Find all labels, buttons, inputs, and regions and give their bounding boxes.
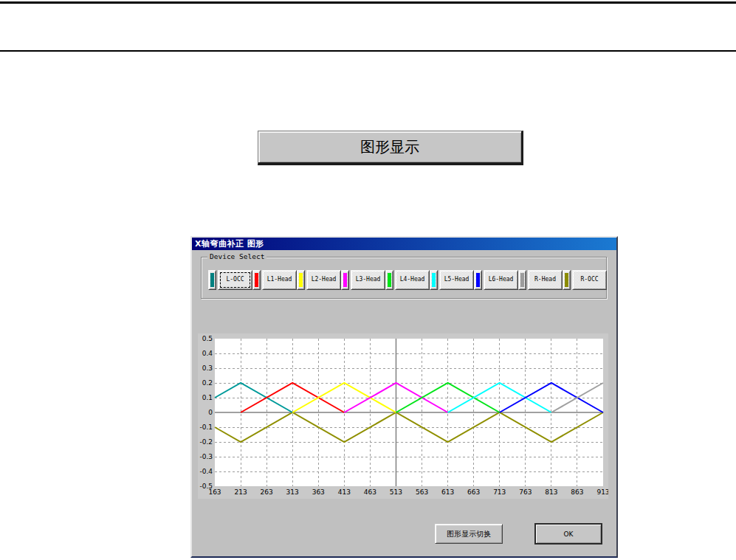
x-tick-label: 513 xyxy=(390,488,402,496)
x-tick-label: 413 xyxy=(338,488,351,496)
correction-curve-chart: 0.50.40.30.20.10-0.1-0.2-0.3-0.4-0.51632… xyxy=(198,333,608,499)
y-tick-label: 0.3 xyxy=(202,364,213,372)
device-button-L6-Head[interactable]: L6-Head xyxy=(484,270,518,290)
x-tick-label: 713 xyxy=(493,488,506,496)
ok-button[interactable]: OK xyxy=(534,523,602,545)
device-color-swatch-L-OCC[interactable] xyxy=(208,270,216,290)
x-tick-label: 613 xyxy=(441,488,454,496)
x-tick-label: 863 xyxy=(571,488,583,496)
device-color-bar-L2-Head xyxy=(299,273,303,287)
device-color-swatch-L6-Head[interactable] xyxy=(474,270,482,290)
device-color-bar-L4-Head xyxy=(388,273,391,287)
device-color-bar-L1-Head xyxy=(255,273,258,287)
device-color-swatch-L5-Head[interactable] xyxy=(430,270,438,290)
x-tick-label: 763 xyxy=(519,488,532,496)
y-tick-label: -0.1 xyxy=(199,424,213,431)
device-cell-R-OCC: R-OCC xyxy=(563,270,607,290)
graphic-display-button[interactable]: 图形显示 xyxy=(258,131,523,165)
device-cell-L1-Head: L1-Head xyxy=(252,270,297,290)
y-tick-label: 0.2 xyxy=(202,379,213,387)
device-color-bar-L3-Head xyxy=(343,273,347,287)
window-title: X轴弯曲补正 图形 xyxy=(195,239,264,249)
chart-canvas: 0.50.40.30.20.10-0.1-0.2-0.3-0.4-0.51632… xyxy=(198,333,608,499)
y-tick-label: 0.5 xyxy=(202,335,213,342)
graphic-display-button-label: 图形显示 xyxy=(360,137,419,157)
y-tick-label: 0 xyxy=(208,409,213,416)
device-color-swatch-L2-Head[interactable] xyxy=(297,270,305,290)
x-tick-label: 363 xyxy=(312,488,325,496)
x-tick-label: 913 xyxy=(596,488,608,496)
y-tick-label: -0.4 xyxy=(199,468,213,475)
x-tick-label: 163 xyxy=(208,488,221,496)
device-select-row: L-OCCL1-HeadL2-HeadL3-HeadL4-HeadL5-Head… xyxy=(208,270,599,290)
x-tick-label: 563 xyxy=(416,488,428,496)
header-rule-bottom xyxy=(0,50,736,52)
graphic-display-switch-label: 图形显示切换 xyxy=(447,529,491,539)
device-color-bar-R-OCC xyxy=(565,273,568,287)
device-color-swatch-R-Head[interactable] xyxy=(518,270,526,290)
x-tick-label: 663 xyxy=(467,488,480,496)
device-color-swatch-L1-Head[interactable] xyxy=(252,270,261,290)
header-rule-top xyxy=(0,1,736,4)
y-tick-label: 0.4 xyxy=(202,350,213,357)
device-button-R-OCC[interactable]: R-OCC xyxy=(572,270,607,290)
y-tick-label: -0.3 xyxy=(199,453,213,460)
device-button-L-OCC[interactable]: L-OCC xyxy=(218,270,252,290)
x-tick-label: 213 xyxy=(234,488,247,496)
device-button-L3-Head[interactable]: L3-Head xyxy=(351,270,385,290)
device-color-swatch-R-OCC[interactable] xyxy=(563,270,571,290)
device-button-R-Head[interactable]: R-Head xyxy=(528,270,563,290)
device-color-swatch-L3-Head[interactable] xyxy=(341,270,349,290)
device-color-bar-L5-Head xyxy=(432,273,436,287)
device-color-bar-L-OCC xyxy=(210,273,214,287)
device-cell-L6-Head: L6-Head xyxy=(474,270,518,290)
x-tick-label: 263 xyxy=(261,488,273,496)
device-cell-R-Head: R-Head xyxy=(518,270,563,290)
y-tick-label: 0.1 xyxy=(202,394,213,401)
device-cell-L2-Head: L2-Head xyxy=(297,270,341,290)
ok-button-label: OK xyxy=(564,530,574,538)
x-tick-label: 813 xyxy=(545,488,557,496)
window-titlebar[interactable]: X轴弯曲补正 图形 xyxy=(192,238,616,250)
device-cell-L4-Head: L4-Head xyxy=(385,270,430,290)
device-button-L4-Head[interactable]: L4-Head xyxy=(395,270,430,290)
x-tick-label: 313 xyxy=(286,488,299,496)
curve-correction-window: X轴弯曲补正 图形 Device Select L-OCCL1-HeadL2-H… xyxy=(190,236,618,558)
device-button-L1-Head[interactable]: L1-Head xyxy=(262,270,297,290)
device-select-groupbox: Device Select L-OCCL1-HeadL2-HeadL3-Head… xyxy=(201,257,607,299)
device-color-bar-R-Head xyxy=(520,273,524,287)
device-button-L5-Head[interactable]: L5-Head xyxy=(439,270,474,290)
device-cell-L5-Head: L5-Head xyxy=(430,270,474,290)
device-cell-L-OCC: L-OCC xyxy=(208,270,252,290)
device-button-L2-Head[interactable]: L2-Head xyxy=(306,270,341,290)
device-cell-L3-Head: L3-Head xyxy=(341,270,385,290)
x-tick-label: 463 xyxy=(364,488,376,496)
device-color-swatch-L4-Head[interactable] xyxy=(385,270,393,290)
y-tick-label: -0.2 xyxy=(199,438,213,446)
device-color-bar-L6-Head xyxy=(476,273,480,287)
graphic-display-switch-button[interactable]: 图形显示切换 xyxy=(435,524,503,544)
device-select-legend: Device Select xyxy=(207,252,266,260)
